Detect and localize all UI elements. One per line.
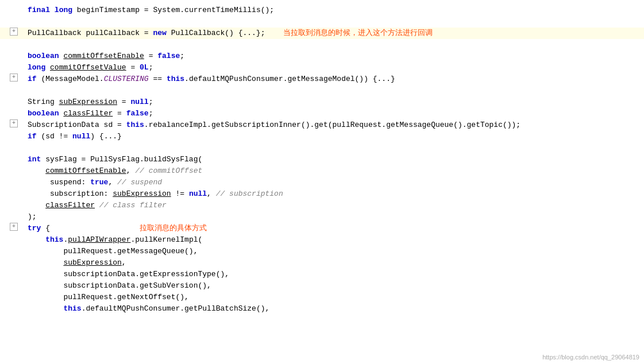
line-content: SubscriptionData sd = this.rebalanceImpl… xyxy=(23,119,644,131)
code-line: if (sd != null) {...} xyxy=(0,131,644,142)
gutter-expand-icon[interactable]: + xyxy=(10,28,18,36)
code-token: try xyxy=(28,224,41,233)
code-line: +try { 拉取消息的具体方式 xyxy=(0,223,644,234)
watermark: https://blog.csdn.net/qq_29064819 xyxy=(542,354,639,361)
code-token: subExpression xyxy=(63,258,121,267)
code-line: +if (MessageModel.CLUSTERING == this.def… xyxy=(0,73,644,85)
code-token xyxy=(95,201,99,210)
line-content: this.defaultMQPushConsumer.getPullBatchS… xyxy=(23,303,644,315)
gutter-expand-icon[interactable]: + xyxy=(10,73,18,82)
code-token: ; xyxy=(149,98,153,106)
code-token: this xyxy=(167,75,184,83)
line-content: pullRequest.getNextOffset(), xyxy=(23,292,644,303)
code-token: 0L xyxy=(140,63,149,72)
code-token: suspend: xyxy=(28,178,90,187)
code-token: true xyxy=(90,178,108,187)
code-line: subExpression, xyxy=(0,257,644,269)
code-line: final long beginTimestamp = System.curre… xyxy=(0,5,644,16)
code-token: = xyxy=(113,109,126,118)
line-content: boolean commitOffsetEnable = false; xyxy=(23,51,644,62)
code-line: boolean classFilter = false; xyxy=(0,108,644,119)
line-content: String subExpression = null; xyxy=(23,96,644,108)
code-token: null xyxy=(189,189,207,198)
line-content: ); xyxy=(23,211,644,223)
gutter[interactable]: + xyxy=(5,28,23,36)
code-container: final long beginTimestamp = System.curre… xyxy=(0,0,644,364)
code-token: .defaultMQPushConsumer.getPullBatchSize(… xyxy=(82,304,270,313)
code-token: classFilter xyxy=(45,201,95,210)
code-token: PullCallback() {...}; xyxy=(167,29,283,37)
code-token: commitOffsetEnable xyxy=(45,166,126,175)
code-token: pullKernelImpl xyxy=(135,235,198,244)
code-token: pullAPIWrapper xyxy=(68,235,130,244)
code-line: boolean commitOffsetEnable = false; xyxy=(0,51,644,62)
code-token: subscriptionData.getSubVersion(), xyxy=(28,281,211,290)
line-content: long commitOffsetValue = 0L; xyxy=(23,62,644,73)
code-token: subExpression xyxy=(113,189,171,198)
code-token: (); xyxy=(261,6,274,14)
code-token xyxy=(50,6,55,14)
code-line xyxy=(0,142,644,154)
line-content xyxy=(23,16,644,28)
code-token: .rebalanceImpl.getSubscriptionInner().ge… xyxy=(144,121,520,129)
code-token: boolean xyxy=(28,52,59,60)
code-token: buildSysFlag xyxy=(144,155,198,164)
code-token: = xyxy=(126,63,140,72)
code-line: String subExpression = null; xyxy=(0,96,644,108)
code-line: pullRequest.getMessageQueue(), xyxy=(0,246,644,257)
code-token: , xyxy=(126,166,136,175)
code-token: ); xyxy=(28,212,37,221)
code-line: commitOffsetEnable, // commitOffset xyxy=(0,165,644,177)
code-token: currentTimeMillis xyxy=(184,6,261,14)
code-line: int sysFlag = PullSysFlag.buildSysFlag( xyxy=(0,154,644,165)
code-token: pullRequest.getMessageQueue(), xyxy=(28,247,198,255)
code-line: long commitOffsetValue = 0L; xyxy=(0,62,644,73)
gutter-expand-icon[interactable]: + xyxy=(10,119,18,127)
code-line: this.defaultMQPushConsumer.getPullBatchS… xyxy=(0,303,644,315)
line-content: final long beginTimestamp = System.curre… xyxy=(23,5,644,16)
code-token: , xyxy=(122,258,126,267)
code-token: ; xyxy=(149,109,153,118)
code-line: classFilter // class filter xyxy=(0,200,644,211)
code-token: this xyxy=(126,121,144,129)
code-line: +SubscriptionData sd = this.rebalanceImp… xyxy=(0,119,644,131)
code-token: = xyxy=(144,52,157,60)
gutter[interactable]: + xyxy=(5,223,23,231)
code-token: != xyxy=(171,189,189,198)
line-content xyxy=(23,39,644,51)
code-token: (MessageModel. xyxy=(37,75,104,83)
code-token: classFilter xyxy=(63,109,113,118)
line-content: subscriptionData.getSubVersion(), xyxy=(23,280,644,292)
code-token: 拉取消息的具体方式 xyxy=(140,224,207,233)
code-line xyxy=(0,16,644,28)
code-token: ; xyxy=(149,63,153,72)
code-token xyxy=(28,258,63,267)
line-content: commitOffsetEnable, // commitOffset xyxy=(23,165,644,177)
code-token xyxy=(28,304,63,313)
gutter-expand-icon[interactable]: + xyxy=(10,223,18,231)
code-token: if xyxy=(28,75,37,83)
code-token: .defaultMQPushConsumer.getMessageModel()… xyxy=(184,75,395,83)
code-line: subscriptionData.getExpressionType(), xyxy=(0,269,644,280)
code-token: final xyxy=(28,6,50,14)
line-content: this.pullAPIWrapper.pullKernelImpl( xyxy=(23,234,644,246)
line-content: subscriptionData.getExpressionType(), xyxy=(23,269,644,280)
code-token: false xyxy=(157,52,180,60)
code-token: // class filter xyxy=(99,201,167,210)
gutter[interactable]: + xyxy=(5,119,23,127)
code-token: if xyxy=(28,132,37,141)
code-token: (sd != xyxy=(37,132,72,141)
code-line xyxy=(0,85,644,96)
line-content: classFilter // class filter xyxy=(23,200,644,211)
code-token: int xyxy=(28,155,41,164)
code-token: beginTimestamp = System. xyxy=(72,6,184,14)
code-line xyxy=(0,39,644,51)
line-content: pullRequest.getMessageQueue(), xyxy=(23,246,644,257)
line-content: subscription: subExpression != null, // … xyxy=(23,188,644,200)
line-content: suspend: true, // suspend xyxy=(23,177,644,188)
code-token: , xyxy=(108,178,117,187)
code-token: pullRequest.getNextOffset(), xyxy=(28,293,189,301)
gutter[interactable]: + xyxy=(5,73,23,82)
code-token: null xyxy=(130,98,148,106)
line-content: try { 拉取消息的具体方式 xyxy=(23,223,644,234)
